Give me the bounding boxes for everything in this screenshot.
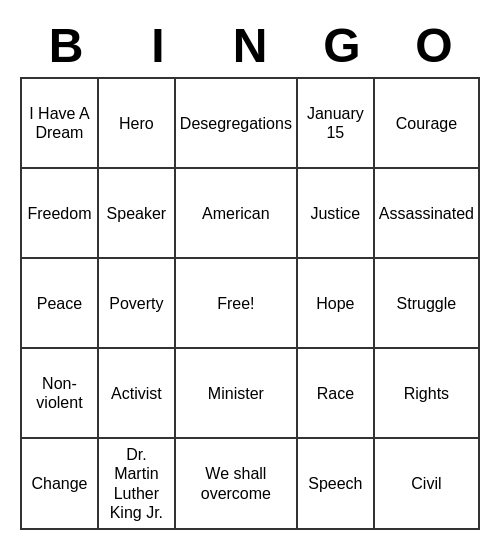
bingo-cell[interactable]: Hope [298, 259, 375, 349]
cell-text: Freedom [27, 204, 91, 223]
cell-text: Speaker [107, 204, 167, 223]
cell-text: January 15 [302, 104, 369, 142]
bingo-cell[interactable]: Hero [99, 79, 176, 169]
bingo-cell[interactable]: Poverty [99, 259, 176, 349]
bingo-cell[interactable]: We shall overcome [176, 439, 298, 530]
bingo-cell[interactable]: Freedom [22, 169, 99, 259]
header-letter: O [388, 14, 480, 77]
cell-text: Minister [208, 384, 264, 403]
cell-text: Justice [310, 204, 360, 223]
bingo-grid: I Have A DreamHeroDesegregationsJanuary … [20, 77, 480, 530]
bingo-cell[interactable]: Change [22, 439, 99, 530]
header-letter: G [296, 14, 388, 77]
cell-text: Assassinated [379, 204, 474, 223]
cell-text: Rights [404, 384, 449, 403]
header-letter: I [112, 14, 204, 77]
cell-text: Struggle [397, 294, 457, 313]
bingo-cell[interactable]: Civil [375, 439, 480, 530]
cell-text: Activist [111, 384, 162, 403]
cell-text: Speech [308, 474, 362, 493]
bingo-cell[interactable]: Courage [375, 79, 480, 169]
bingo-cell[interactable]: Dr. Martin Luther King Jr. [99, 439, 176, 530]
cell-text: Peace [37, 294, 82, 313]
bingo-header: BINGO [20, 14, 480, 77]
cell-text: Change [31, 474, 87, 493]
bingo-cell[interactable]: Assassinated [375, 169, 480, 259]
cell-text: We shall overcome [180, 464, 292, 502]
cell-text: Desegregations [180, 114, 292, 133]
bingo-card: BINGO I Have A DreamHeroDesegregationsJa… [10, 4, 490, 540]
header-letter: B [20, 14, 112, 77]
cell-text: Hero [119, 114, 154, 133]
bingo-cell[interactable]: I Have A Dream [22, 79, 99, 169]
bingo-cell[interactable]: Free! [176, 259, 298, 349]
cell-text: I Have A Dream [26, 104, 93, 142]
bingo-cell[interactable]: Struggle [375, 259, 480, 349]
bingo-cell[interactable]: Speaker [99, 169, 176, 259]
bingo-cell[interactable]: Rights [375, 349, 480, 439]
bingo-cell[interactable]: Activist [99, 349, 176, 439]
cell-text: Courage [396, 114, 457, 133]
bingo-cell[interactable]: Non-violent [22, 349, 99, 439]
cell-text: Free! [217, 294, 254, 313]
bingo-cell[interactable]: January 15 [298, 79, 375, 169]
bingo-cell[interactable]: Minister [176, 349, 298, 439]
bingo-cell[interactable]: Justice [298, 169, 375, 259]
cell-text: Civil [411, 474, 441, 493]
cell-text: Hope [316, 294, 354, 313]
bingo-cell[interactable]: Speech [298, 439, 375, 530]
bingo-cell[interactable]: Race [298, 349, 375, 439]
cell-text: Race [317, 384, 354, 403]
bingo-cell[interactable]: American [176, 169, 298, 259]
cell-text: Non-violent [26, 374, 93, 412]
bingo-cell[interactable]: Peace [22, 259, 99, 349]
cell-text: American [202, 204, 270, 223]
cell-text: Dr. Martin Luther King Jr. [103, 445, 170, 522]
cell-text: Poverty [109, 294, 163, 313]
header-letter: N [204, 14, 296, 77]
bingo-cell[interactable]: Desegregations [176, 79, 298, 169]
